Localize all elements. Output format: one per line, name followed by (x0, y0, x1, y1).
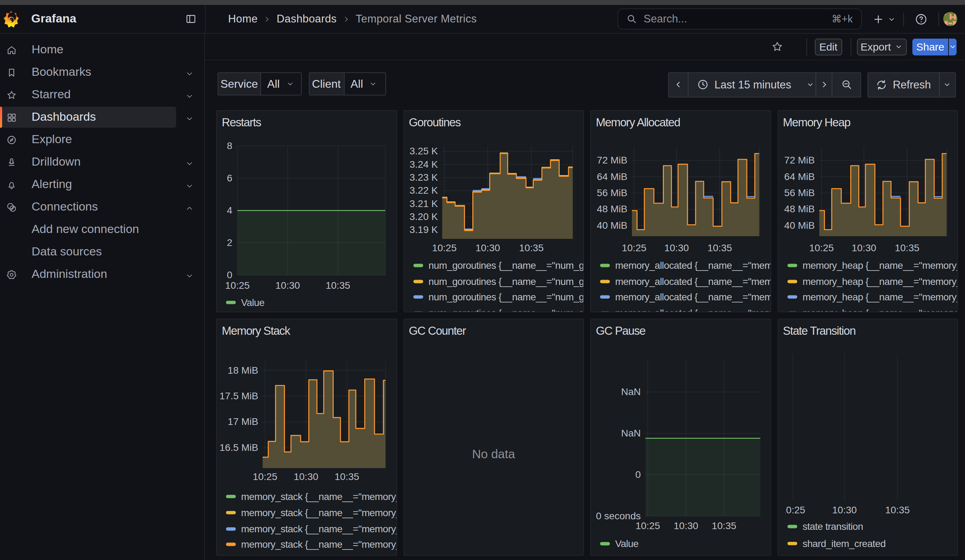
svg-text:10:30: 10:30 (275, 280, 300, 291)
svg-text:17 MiB: 17 MiB (228, 416, 258, 427)
svg-text:10:25: 10:25 (432, 242, 456, 253)
svg-text:10:30: 10:30 (832, 504, 857, 515)
svg-text:72 MiB: 72 MiB (597, 155, 627, 166)
svg-text:0 seconds: 0 seconds (596, 510, 641, 521)
svg-text:Value: Value (615, 538, 639, 549)
svg-text:memory_allocated {__name__="me: memory_allocated {__name__="memory_alloc… (615, 260, 771, 271)
svg-text:3.23 K: 3.23 K (409, 172, 438, 183)
svg-text:NaN: NaN (621, 427, 641, 438)
svg-text:10:35: 10:35 (325, 280, 350, 291)
svg-text:memory_stack {__name__="memory: memory_stack {__name__="memory_stack", i… (241, 523, 397, 534)
svg-text:48 MiB: 48 MiB (597, 204, 627, 214)
svg-text:memory_heap {__name__="memory_: memory_heap {__name__="memory_heap", ins… (802, 276, 958, 287)
svg-text:3.25 K: 3.25 K (409, 145, 438, 157)
svg-text:3.24 K: 3.24 K (409, 159, 438, 170)
svg-text:10:30: 10:30 (674, 520, 698, 531)
svg-text:10:35: 10:35 (885, 504, 909, 515)
svg-text:3.21 K: 3.21 K (409, 198, 438, 209)
svg-text:56 MiB: 56 MiB (784, 188, 815, 198)
svg-text:num_goroutines {__name__="num_: num_goroutines {__name__="num_goroutines… (428, 276, 584, 287)
svg-text:10:35: 10:35 (711, 520, 736, 531)
svg-text:state transition: state transition (802, 521, 863, 532)
svg-text:memory_allocated {__name__="me: memory_allocated {__name__="memory_alloc… (615, 308, 771, 312)
svg-text:10:30: 10:30 (475, 242, 500, 253)
svg-text:10:25: 10:25 (253, 471, 277, 482)
svg-text:memory_heap {__name__="memory_: memory_heap {__name__="memory_heap", ins… (802, 292, 958, 302)
svg-text:6: 6 (227, 173, 232, 183)
svg-text:10:25: 10:25 (780, 504, 805, 515)
svg-text:10:30: 10:30 (664, 242, 689, 253)
svg-text:10:25: 10:25 (225, 280, 250, 291)
svg-text:10:35: 10:35 (707, 242, 732, 253)
svg-text:8: 8 (227, 140, 232, 151)
svg-text:memory_stack {__name__="memory: memory_stack {__name__="memory_stack", i… (241, 539, 397, 550)
svg-text:num_goroutines {__name__="num_: num_goroutines {__name__="num_goroutines… (428, 292, 584, 302)
svg-text:num_goroutines {__name__="num_: num_goroutines {__name__="num_goroutines… (428, 260, 584, 271)
svg-text:memory_allocated {__name__="me: memory_allocated {__name__="memory_alloc… (615, 276, 771, 287)
svg-text:3.22 K: 3.22 K (409, 185, 438, 196)
svg-text:10:30: 10:30 (851, 242, 876, 253)
svg-text:3.20 K: 3.20 K (409, 211, 438, 222)
svg-text:64 MiB: 64 MiB (784, 171, 815, 182)
svg-text:10:35: 10:35 (895, 242, 919, 253)
svg-text:4: 4 (227, 205, 232, 216)
svg-text:NaN: NaN (621, 386, 641, 397)
svg-text:18 MiB: 18 MiB (228, 364, 258, 376)
svg-text:memory_allocated {__name__="me: memory_allocated {__name__="memory_alloc… (615, 292, 771, 302)
svg-text:40 MiB: 40 MiB (784, 220, 815, 231)
svg-text:memory_heap {__name__="memory_: memory_heap {__name__="memory_heap", ins… (802, 308, 958, 312)
svg-text:Value: Value (241, 297, 265, 308)
svg-text:10:30: 10:30 (294, 471, 318, 482)
svg-text:shard_item_created: shard_item_created (802, 538, 885, 549)
svg-text:48 MiB: 48 MiB (784, 204, 815, 214)
svg-text:56 MiB: 56 MiB (597, 188, 627, 198)
svg-text:memory_heap {__name__="memory_: memory_heap {__name__="memory_heap", ins… (802, 260, 958, 271)
svg-text:memory_stack {__name__="memory: memory_stack {__name__="memory_stack", i… (241, 507, 397, 518)
svg-text:10:25: 10:25 (622, 242, 646, 253)
svg-text:10:35: 10:35 (335, 471, 359, 482)
svg-text:0: 0 (227, 269, 232, 280)
svg-text:17.5 MiB: 17.5 MiB (220, 390, 258, 401)
svg-text:64 MiB: 64 MiB (597, 171, 627, 182)
svg-text:10:35: 10:35 (518, 242, 543, 253)
svg-text:3.19 K: 3.19 K (409, 224, 438, 235)
svg-text:memory_stack {__name__="memory: memory_stack {__name__="memory_stack", i… (241, 491, 397, 502)
svg-text:10:25: 10:25 (809, 242, 833, 253)
svg-text:2: 2 (227, 237, 232, 248)
svg-text:16.5 MiB: 16.5 MiB (220, 442, 258, 452)
svg-text:72 MiB: 72 MiB (784, 155, 815, 166)
svg-text:40 MiB: 40 MiB (597, 220, 627, 231)
svg-text:num_goroutines {__name__="num_: num_goroutines {__name__="num_goroutines… (428, 308, 584, 312)
svg-text:10:25: 10:25 (636, 520, 660, 531)
svg-text:0: 0 (635, 469, 641, 480)
